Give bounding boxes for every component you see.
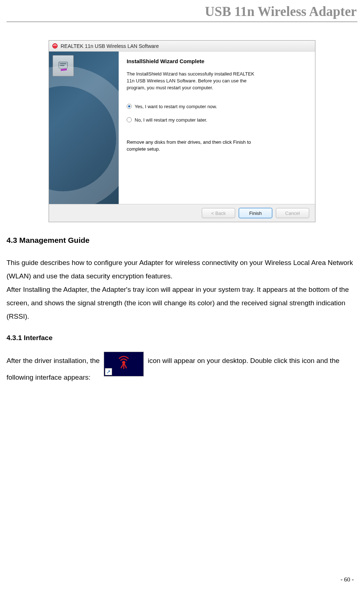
svg-rect-3 [60, 65, 65, 66]
dialog-titlebar: REALTEK 11n USB Wireless LAN Software [49, 41, 315, 52]
section-4-3-heading: 4.3 Management Guide [7, 233, 357, 248]
interface-paragraph: After the driver installation, the ↗ ico… [7, 352, 357, 384]
svg-point-0 [53, 44, 58, 49]
radio-empty-icon [127, 117, 132, 122]
radio-restart-later-label: No, I will restart my computer later. [135, 117, 207, 123]
sidebar-box-icon [53, 55, 74, 76]
svg-rect-4 [61, 69, 67, 71]
document-body: 4.3 Management Guide This guide describe… [0, 233, 364, 384]
dialog-sidebar-image [49, 52, 119, 204]
shortcut-arrow-icon: ↗ [105, 368, 112, 375]
radio-dot-icon [127, 104, 132, 109]
header-rule [7, 21, 357, 22]
back-button[interactable]: < Back [202, 208, 235, 218]
wizard-complete-heading: InstallShield Wizard Complete [127, 58, 305, 64]
app-icon [52, 43, 58, 49]
installer-screenshot-wrapper: REALTEK 11n USB Wireless LAN Software In… [0, 40, 364, 222]
svg-rect-2 [60, 63, 66, 64]
dialog-body: InstallShield Wizard Complete The Instal… [49, 52, 315, 204]
doc-header: USB 11n Wireless Adapter [7, 4, 357, 21]
section-4-3-1-heading: 4.3.1 Interface [7, 331, 357, 344]
section-4-3-p1: This guide describes how to configure yo… [7, 256, 357, 283]
dialog-main-panel: InstallShield Wizard Complete The Instal… [119, 52, 315, 204]
installshield-dialog: REALTEK 11n USB Wireless LAN Software In… [49, 40, 315, 222]
realtek-desktop-icon: ↗ [104, 352, 144, 376]
radio-restart-now-label: Yes, I want to restart my computer now. [135, 104, 217, 109]
finish-button[interactable]: Finish [239, 208, 272, 218]
remove-disks-text: Remove any disks from their drives, and … [127, 139, 265, 153]
radio-restart-later[interactable]: No, I will restart my computer later. [127, 117, 305, 123]
dialog-title: REALTEK 11n USB Wireless LAN Software [61, 43, 159, 49]
dialog-button-bar: < Back Finish Cancel [49, 204, 315, 222]
cancel-button[interactable]: Cancel [276, 208, 309, 218]
wireless-antenna-icon [116, 354, 132, 370]
page-number: - 60 - [340, 576, 354, 583]
interface-text-before: After the driver installation, the [7, 357, 102, 364]
wizard-description: The InstallShield Wizard has successfull… [127, 71, 257, 91]
section-4-3-p2: After Installing the Adapter, the Adapte… [7, 283, 357, 323]
radio-restart-now[interactable]: Yes, I want to restart my computer now. [127, 104, 305, 109]
